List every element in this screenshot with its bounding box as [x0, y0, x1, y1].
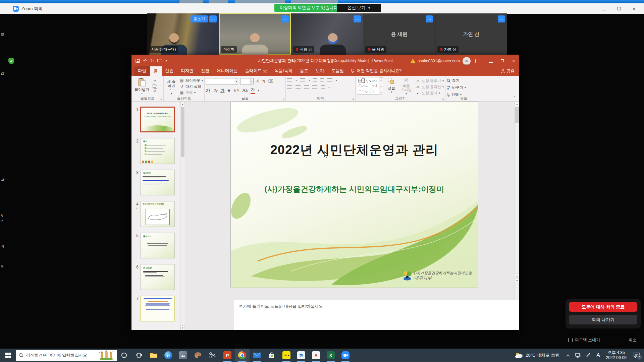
slide-thumbnail-3[interactable]: 3 들어가기 — [131, 170, 175, 195]
excel-button[interactable]: X — [323, 349, 338, 362]
powerpoint-button[interactable]: P — [220, 349, 235, 362]
acrobat-button[interactable]: A — [309, 349, 323, 362]
notes-pane[interactable]: 여기에 슬라이드 노트의 내용을 입력하십시오 — [234, 300, 519, 330]
weather-widget[interactable]: 28°C 대체로 흐림 — [512, 352, 563, 358]
collapse-ribbon-icon[interactable]: ⌃ — [513, 96, 516, 99]
align-center-icon[interactable] — [296, 85, 301, 89]
slideshow-icon[interactable] — [157, 59, 162, 63]
align-left-icon[interactable] — [287, 85, 292, 89]
feedback-checkbox[interactable] — [568, 338, 573, 342]
dialog-launcher-icon[interactable]: ↘ — [442, 98, 444, 101]
warning-icon[interactable] — [410, 59, 416, 63]
scroll-down-icon[interactable]: ▼ — [180, 325, 185, 330]
decrease-font-icon[interactable]: 가 — [262, 79, 266, 84]
tab-design[interactable]: 디자인 — [177, 66, 198, 76]
strikethrough-icon[interactable]: S — [228, 88, 230, 93]
scroll-up-icon[interactable]: ▲ — [180, 102, 185, 106]
dialog-launcher-icon[interactable]: ↘ — [352, 98, 354, 101]
justify-icon[interactable] — [312, 85, 317, 89]
zoom-app-button[interactable] — [338, 349, 353, 362]
network-tray-icon[interactable] — [573, 349, 583, 362]
shape-effects-button[interactable]: ◐도형 효과▾ — [416, 90, 444, 96]
slide-thumbnail-4[interactable]: 4 ＊ 한선으로 따라 그려보세요 — [131, 201, 175, 227]
snipping-tool-button[interactable] — [205, 349, 220, 362]
ppt-restore-button[interactable] — [496, 55, 508, 67]
columns-icon[interactable] — [321, 85, 325, 89]
participant-tile[interactable]: 윤 세원 ⋯ 윤 세원 — [363, 13, 435, 55]
shape-fill-button[interactable]: ◇도형 채우기▾ — [416, 78, 444, 83]
section-button[interactable]: ▦구역▾ — [179, 90, 203, 95]
scrollbar-thumb[interactable] — [515, 107, 519, 123]
tab-animations[interactable]: 애니메이션 — [213, 66, 241, 76]
cancel-link[interactable]: 취소 — [629, 337, 637, 343]
tab-file[interactable]: 파일 — [134, 66, 150, 76]
character-spacing-icon[interactable]: 간격 — [233, 88, 239, 93]
replace-button[interactable]: 바꾸기▾ — [447, 85, 466, 90]
shapes-scrollbar[interactable]: ▲▼≡ — [379, 77, 383, 95]
align-right-icon[interactable] — [304, 85, 309, 89]
tab-insert[interactable]: 삽입 — [162, 66, 177, 76]
chrome-button[interactable] — [235, 349, 250, 362]
find-button[interactable]: 찾기 — [447, 78, 466, 83]
slide-canvas[interactable]: 2022년 시민단체운영과 관리 (사)가정을건강하게하는 시민의모임대구지부:… — [230, 102, 478, 288]
bold-icon[interactable]: 가 — [206, 88, 210, 94]
next-slide-icon[interactable]: ▼ — [515, 278, 519, 283]
more-options-icon[interactable]: ⋯ — [498, 15, 505, 22]
ime-indicator[interactable]: A — [593, 349, 603, 362]
editor-scrollbar[interactable]: ▲ ▲ ▼ — [515, 102, 519, 330]
kakaotalk-button[interactable]: TALK — [279, 349, 294, 362]
tab-view[interactable]: 보기 — [312, 66, 328, 76]
format-painter-icon[interactable]: ✐ — [153, 89, 157, 94]
save-icon[interactable] — [136, 59, 140, 63]
taskbar-search-input[interactable]: 검색하려면 여기에 입력하십시오 — [16, 350, 117, 361]
hwp-button[interactable]: 한 — [294, 349, 309, 362]
scrollbar-thumb[interactable] — [181, 107, 184, 157]
dialog-launcher-icon[interactable]: ↘ — [282, 98, 284, 101]
clear-formatting-icon[interactable]: ⌫ — [267, 79, 273, 84]
view-options-button[interactable]: 옵션 보기 ▼ — [337, 4, 381, 12]
undo-icon[interactable]: ↶ — [143, 58, 147, 63]
clock[interactable]: 오후 4:35 2022-06-09 — [603, 350, 629, 360]
participant-tile[interactable]: 가연 신 ⋯ 가연 신 — [435, 13, 507, 55]
previous-slide-icon[interactable]: ▲ — [515, 273, 519, 278]
redo-icon[interactable]: ↻ — [150, 58, 154, 63]
mail-button[interactable] — [250, 349, 264, 362]
tab-review[interactable]: 검토 — [296, 66, 312, 76]
start-button[interactable] — [0, 349, 16, 362]
participant-tile[interactable]: ⋯ 시원 김 — [291, 13, 363, 55]
more-options-icon[interactable]: ⋯ — [426, 15, 433, 22]
new-slide-button[interactable]: 새 슬라이드 ▾ — [165, 77, 178, 96]
slide-title[interactable]: 2022년 시민단체운영과 관리 — [231, 141, 478, 159]
copy-icon[interactable] — [153, 84, 156, 88]
change-case-icon[interactable]: Aa — [243, 88, 248, 93]
bullets-icon[interactable] — [287, 78, 292, 82]
increase-indent-icon[interactable] — [320, 78, 324, 82]
slide-thumbnail-7[interactable]: 7 — [131, 296, 175, 321]
more-options-icon[interactable]: ⋯ — [354, 15, 361, 22]
photos-button[interactable] — [176, 349, 191, 362]
tab-transitions[interactable]: 전환 — [197, 66, 213, 76]
shape-outline-button[interactable]: ▱도형 윤곽선▾ — [416, 84, 444, 89]
tab-home[interactable]: 홈 — [150, 66, 162, 76]
edge-button[interactable]: e — [161, 349, 176, 362]
zoom-close-button[interactable]: × — [627, 3, 641, 14]
leave-meeting-button[interactable]: 회의 나가기 — [569, 315, 637, 324]
line-spacing-icon[interactable] — [327, 78, 332, 82]
underline-icon[interactable]: 가 — [220, 88, 225, 94]
more-options-icon[interactable]: ⋯ — [281, 15, 289, 22]
zoom-minimize-button[interactable] — [597, 3, 612, 14]
tab-record[interactable]: 녹음/녹화 — [271, 66, 296, 76]
end-meeting-for-all-button[interactable]: 모두에 대해 회의 종료 — [569, 302, 637, 312]
pen-tray-icon[interactable] — [583, 349, 593, 362]
tray-expand-button[interactable] — [563, 349, 573, 362]
account-avatar[interactable] — [463, 57, 471, 65]
ribbon-display-options-icon[interactable] — [475, 59, 480, 63]
italic-icon[interactable]: 가 — [213, 88, 218, 94]
font-name-combo[interactable]: ▾ — [206, 78, 238, 84]
scroll-up-icon[interactable]: ▲ — [515, 102, 519, 106]
tab-slideshow[interactable]: 슬라이드 쇼 — [241, 66, 271, 76]
store-button[interactable] — [264, 349, 279, 362]
quick-styles-button[interactable]: 빠른 스타일 ▾ — [398, 77, 414, 96]
shapes-gallery[interactable]: 가 가 ╲ ↘ ▭ ○ ▢ △ ∟ ⌒ ⇨ ⇩ ◠ ～ ◡ { } — [357, 77, 379, 95]
share-button[interactable]: 공유 — [501, 68, 515, 74]
